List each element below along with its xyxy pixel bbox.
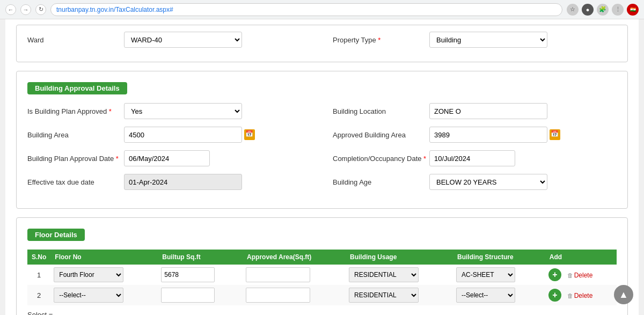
building-plan-date-label: Building Plan Approval Date * bbox=[27, 155, 124, 163]
approved-building-area-label: Approved Building Area bbox=[333, 131, 429, 139]
property-type-label: Property Type * bbox=[333, 36, 429, 44]
lang-icon[interactable]: 🇮🇳 bbox=[627, 4, 639, 16]
building-plan-date-required: * bbox=[116, 155, 119, 163]
building-plan-date-input[interactable] bbox=[124, 150, 210, 166]
building-age-select[interactable]: BELOW 20 YEARS 20-40 YEARS ABOVE 40 YEAR… bbox=[429, 174, 547, 190]
col-approved-area: Approved Area(Sq.ft) bbox=[243, 250, 346, 265]
row1-building-structure-cell: --Select-- AC-SHEET RCC TILED THATCHED bbox=[453, 265, 545, 285]
extension-icon[interactable]: 🧩 bbox=[597, 4, 609, 16]
property-type-field-group: Property Type * Building Vacant Land Mix… bbox=[333, 32, 617, 48]
url-text: tnurbanpay.tn.gov.in/TaxCalculator.aspx# bbox=[56, 6, 173, 13]
property-type-required: * bbox=[378, 36, 380, 44]
row2-action-cell: + 🗑 Delete bbox=[545, 285, 617, 305]
profile-icon[interactable]: ● bbox=[582, 4, 594, 16]
effective-tax-due-date-input bbox=[124, 174, 242, 190]
completion-date-input[interactable] bbox=[429, 150, 515, 166]
row1-delete-label: Delete bbox=[574, 272, 593, 279]
col-building-usage: Building Usage bbox=[346, 250, 453, 265]
row2-builtup-input[interactable] bbox=[161, 288, 215, 303]
building-plan-approved-select[interactable]: Yes No bbox=[124, 103, 242, 119]
forward-button[interactable]: → bbox=[20, 4, 31, 15]
completion-date-required: * bbox=[423, 155, 426, 163]
completion-date-label: Completion/Occupancy Date * bbox=[333, 155, 429, 163]
menu-icon[interactable]: ⋮ bbox=[612, 4, 624, 16]
row1-floor-no-select[interactable]: --Select-- Ground Floor First Floor Seco… bbox=[54, 267, 123, 282]
ward-select[interactable]: WARD-40 bbox=[124, 32, 242, 48]
row1-delete-button[interactable]: 🗑 Delete bbox=[567, 272, 593, 279]
building-approval-section: Building Approval Details Is Building Pl… bbox=[16, 71, 628, 209]
col-builtup: Builtup Sq.ft bbox=[158, 250, 243, 265]
url-bar[interactable]: tnurbanpay.tn.gov.in/TaxCalculator.aspx# bbox=[50, 3, 562, 16]
row1-floor-no-cell: --Select-- Ground Floor First Floor Seco… bbox=[50, 265, 158, 285]
floor-details-title: Floor Details bbox=[27, 229, 85, 241]
table-row: 2 --Select-- Ground Floor First Floor Se… bbox=[27, 285, 617, 305]
row2-approved-area-input[interactable] bbox=[246, 288, 310, 303]
building-age-group: Building Age BELOW 20 YEARS 20-40 YEARS … bbox=[333, 174, 617, 190]
building-location-input[interactable] bbox=[429, 103, 547, 119]
building-plan-approved-label: Is Building Plan Approved * bbox=[27, 107, 124, 115]
col-floor-no: Floor No bbox=[50, 250, 158, 265]
building-plan-required: * bbox=[109, 107, 112, 115]
building-plan-date-group: Building Plan Approval Date * bbox=[27, 150, 311, 166]
row1-building-structure-select[interactable]: --Select-- AC-SHEET RCC TILED THATCHED bbox=[456, 267, 515, 282]
row2-building-structure-select[interactable]: --Select-- AC-SHEET RCC TILED THATCHED bbox=[456, 288, 515, 303]
building-approval-title: Building Approval Details bbox=[27, 82, 127, 94]
floor-details-table: S.No Floor No Builtup Sq.ft Approved Are… bbox=[27, 250, 617, 305]
row2-delete-label: Delete bbox=[574, 292, 593, 299]
row2-builtup-cell bbox=[158, 285, 243, 305]
row1-building-usage-select[interactable]: RESIDENTIAL COMMERCIAL INDUSTRIAL bbox=[349, 267, 419, 282]
row1-approved-area-input[interactable] bbox=[246, 267, 310, 282]
effective-tax-due-date-group: Effective tax due date bbox=[27, 174, 311, 190]
row2-sno: 2 bbox=[27, 285, 50, 305]
building-age-label: Building Age bbox=[333, 178, 429, 186]
back-button[interactable]: ← bbox=[5, 4, 16, 15]
row2-delete-button[interactable]: 🗑 Delete bbox=[567, 292, 593, 299]
effective-tax-due-date-label: Effective tax due date bbox=[27, 178, 124, 186]
row1-add-button[interactable]: + bbox=[548, 268, 561, 281]
completion-date-group: Completion/Occupancy Date * bbox=[333, 150, 617, 166]
row2-floor-no-select[interactable]: --Select-- Ground Floor First Floor Seco… bbox=[54, 288, 123, 303]
building-area-label: Building Area bbox=[27, 131, 124, 139]
select-eq-label: Select = bbox=[27, 311, 53, 315]
reload-button[interactable]: ↻ bbox=[35, 4, 46, 15]
row2-floor-no-cell: --Select-- Ground Floor First Floor Seco… bbox=[50, 285, 158, 305]
row2-approved-area-cell bbox=[243, 285, 346, 305]
row1-sno: 1 bbox=[27, 265, 50, 285]
browser-icons: ☆ ● 🧩 ⋮ 🇮🇳 bbox=[567, 4, 639, 16]
page-content: Ward WARD-40 Property Type * bbox=[5, 19, 639, 315]
col-building-structure: Building Structure bbox=[453, 250, 545, 265]
table-row: 1 --Select-- Ground Floor First Floor Se… bbox=[27, 265, 617, 285]
building-area-input[interactable] bbox=[124, 127, 242, 143]
floor-table-header: S.No Floor No Builtup Sq.ft Approved Are… bbox=[27, 250, 617, 265]
col-add: Add bbox=[545, 250, 617, 265]
property-type-select[interactable]: Building Vacant Land Mixed bbox=[429, 32, 547, 48]
row2-building-usage-cell: RESIDENTIAL COMMERCIAL INDUSTRIAL bbox=[346, 285, 453, 305]
row2-add-button[interactable]: + bbox=[548, 289, 561, 302]
approved-building-area-group: Approved Building Area bbox=[333, 127, 617, 143]
building-location-group: Building Location bbox=[333, 103, 617, 119]
row1-builtup-input[interactable] bbox=[161, 267, 215, 282]
building-area-group: Building Area bbox=[27, 127, 311, 143]
approved-area-calendar-icon[interactable] bbox=[550, 129, 560, 140]
row1-building-usage-cell: RESIDENTIAL COMMERCIAL INDUSTRIAL bbox=[346, 265, 453, 285]
ward-label: Ward bbox=[27, 36, 124, 44]
back-to-top-button[interactable]: ▲ bbox=[614, 285, 633, 304]
row2-building-structure-cell: --Select-- AC-SHEET RCC TILED THATCHED bbox=[453, 285, 545, 305]
col-sno: S.No bbox=[27, 250, 50, 265]
building-plan-approved-group: Is Building Plan Approved * Yes No bbox=[27, 103, 311, 119]
ward-section: Ward WARD-40 Property Type * bbox=[16, 25, 628, 62]
approved-building-area-input[interactable] bbox=[429, 127, 547, 143]
row2-building-usage-select[interactable]: RESIDENTIAL COMMERCIAL INDUSTRIAL bbox=[349, 288, 419, 303]
row1-action-cell: + 🗑 Delete bbox=[545, 265, 617, 285]
row1-approved-area-cell bbox=[243, 265, 346, 285]
browser-bar: ← → ↻ tnurbanpay.tn.gov.in/TaxCalculator… bbox=[0, 0, 644, 19]
row1-builtup-cell bbox=[158, 265, 243, 285]
building-location-label: Building Location bbox=[333, 107, 429, 115]
bookmark-icon[interactable]: ☆ bbox=[567, 4, 579, 16]
building-area-calendar-icon[interactable] bbox=[244, 129, 255, 140]
floor-details-section: Floor Details S.No Floor No Builtup Sq.f… bbox=[16, 217, 628, 315]
select-eq-area: Select = bbox=[27, 311, 617, 315]
ward-field-group: Ward WARD-40 bbox=[27, 32, 311, 48]
